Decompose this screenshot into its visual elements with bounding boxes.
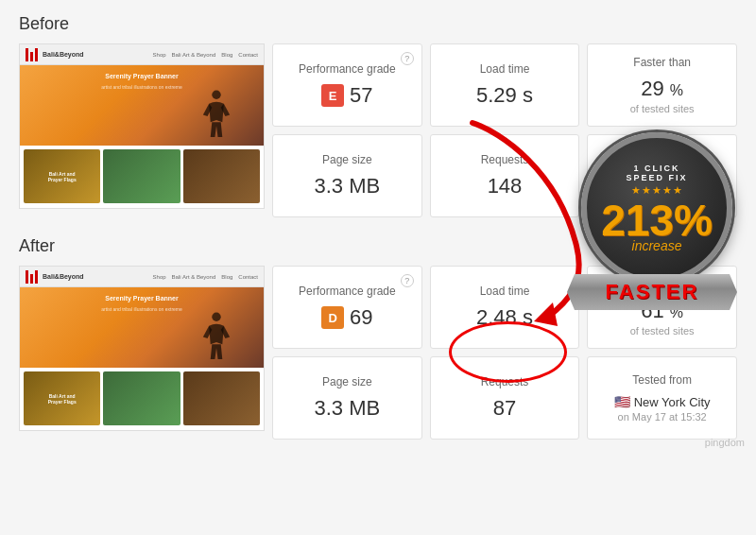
before-pagesize-label: Page size [322, 153, 372, 166]
before-requests-card: Requests 148 [430, 134, 580, 217]
hero-subtitle: artist and tribal illustrations on extre… [101, 84, 182, 90]
after-loadtime-value: 2.48 s [476, 305, 533, 330]
thumb-nav: Shop Bali Art & Beyond Blog Contact [153, 52, 258, 58]
after-requests-value: 87 [493, 396, 516, 421]
after-grade-value: 69 [350, 305, 372, 330]
after-row: Bali&Beyond Shop Bali Art & Beyond Blog … [19, 266, 737, 440]
before-faster2-label: Faster than [633, 147, 691, 160]
before-requests-label: Requests [481, 153, 529, 166]
before-faster2-sub: of tested sites [630, 194, 695, 205]
after-grade-badge: D [321, 306, 344, 329]
before-loadtime-card: Load time 5.29 s [430, 43, 580, 127]
after-thumb-header: Bali&Beyond Shop Bali Art & Beyond Blog … [20, 267, 264, 287]
after-requests-card: Requests 87 [430, 356, 580, 440]
before-faster2-card: Faster than 29 % of tested sites [587, 134, 737, 217]
after-faster-label: Faster than [633, 278, 691, 291]
after-logo-text: Bali&Beyond [43, 273, 84, 280]
after-city: New York City [634, 395, 711, 409]
after-tested-from: 🇺🇸 New York City on May 17 at 15:32 [614, 394, 711, 423]
after-grade-row: D 69 [321, 305, 372, 330]
pingdom-label: pingdom [705, 437, 745, 448]
before-faster2-value: 29 % [641, 167, 683, 192]
after-faster-value: 61 % [641, 299, 683, 323]
before-requests-value: 148 [488, 174, 523, 198]
after-pagesize-label: Page size [322, 375, 372, 388]
main-container: Before Bali&Beyond Shop Bali Art [0, 0, 756, 454]
thumb-header: Bali&Beyond Shop Bali Art & Beyond Blog … [20, 44, 264, 65]
after-hero-figure [198, 311, 235, 363]
thumb-logo: Bali&Beyond [26, 48, 84, 61]
after-hero-title: Serenity Prayer Banner [105, 295, 178, 302]
after-label: After [19, 236, 737, 256]
before-grade-row: E 57 [321, 83, 372, 108]
before-row: Bali&Beyond Shop Bali Art & Beyond Blog … [19, 43, 737, 217]
after-thumbnail: Bali&Beyond Shop Bali Art & Beyond Blog … [19, 266, 265, 431]
product-card-2 [103, 149, 180, 203]
after-loadtime-card: Load time 2.48 s [430, 266, 580, 349]
before-metrics-grid: ? Performance grade E 57 Load time 5.29 … [272, 43, 737, 217]
before-performance-label: Performance grade [299, 62, 396, 76]
after-requests-label: Requests [481, 375, 529, 388]
after-tested-date: on May 17 at 15:32 [618, 411, 707, 423]
us-flag: 🇺🇸 [614, 394, 630, 409]
after-performance-card: ? Performance grade D 69 [272, 266, 422, 349]
before-thumbnail: Bali&Beyond Shop Bali Art & Beyond Blog … [19, 43, 265, 209]
before-section: Before Bali&Beyond Shop Bali Art [19, 14, 737, 217]
before-loadtime-value: 5.29 s [476, 83, 533, 108]
after-metrics-grid: ? Performance grade D 69 Load time 2.48 … [272, 266, 737, 440]
hero-figure [198, 89, 235, 141]
before-faster-sub: of tested sites [630, 103, 695, 114]
hero-title: Serenity Prayer Banner [105, 73, 178, 79]
svg-point-1 [212, 313, 220, 321]
after-thumb-bottom: Bali Art and Prayer Flags [20, 368, 264, 429]
after-product-3 [183, 371, 260, 425]
thumb-bottom: Bali Art and Prayer Flags [20, 146, 264, 207]
after-product-1: Bali Art and Prayer Flags [24, 371, 100, 425]
after-section: After Bali&Beyond Shop Bali Art [19, 236, 737, 440]
product-card-1: Bali Art and Prayer Flags [24, 149, 100, 203]
after-performance-help-icon[interactable]: ? [401, 274, 414, 287]
after-thumb-nav: Shop Bali Art & Beyond Blog Contact [153, 274, 258, 280]
after-tested-card: Tested from 🇺🇸 New York City on May 17 a… [587, 356, 737, 440]
after-tested-label: Tested from [632, 373, 692, 387]
before-performance-card: ? Performance grade E 57 [272, 43, 422, 127]
product-card-3 [183, 149, 260, 203]
performance-help-icon[interactable]: ? [401, 52, 414, 65]
after-pagesize-value: 3.3 MB [314, 396, 380, 421]
after-pagesize-card: Page size 3.3 MB [272, 356, 422, 440]
after-performance-label: Performance grade [299, 285, 396, 298]
after-hero-subtitle: artist and tribal illustrations on extre… [101, 306, 182, 312]
after-faster-sub: of tested sites [630, 325, 695, 337]
after-loadtime-label: Load time [480, 285, 530, 298]
thumb-hero: Serenity Prayer Banner artist and tribal… [20, 65, 264, 146]
before-faster-label: Faster than [633, 56, 691, 69]
after-faster-card: Faster than 61 % of tested sites [587, 266, 737, 349]
before-label: Before [19, 14, 737, 34]
before-loadtime-label: Load time [480, 62, 530, 76]
after-thumb-logo: Bali&Beyond [26, 270, 84, 284]
logo-icon [26, 48, 41, 61]
after-city-row: 🇺🇸 New York City [614, 394, 711, 409]
before-pagesize-value: 3.3 MB [314, 174, 380, 198]
before-faster-card: Faster than 29 % of tested sites [587, 43, 737, 127]
after-logo-icon [26, 270, 41, 284]
before-faster-value: 29 % [641, 77, 683, 101]
before-grade-value: 57 [350, 83, 372, 108]
after-thumb-hero: Serenity Prayer Banner artist and tribal… [20, 287, 264, 368]
after-product-2 [103, 371, 180, 425]
logo-text: Bali&Beyond [43, 51, 84, 58]
before-pagesize-card: Page size 3.3 MB [272, 134, 422, 217]
svg-point-0 [212, 91, 220, 99]
before-grade-badge: E [321, 84, 344, 107]
